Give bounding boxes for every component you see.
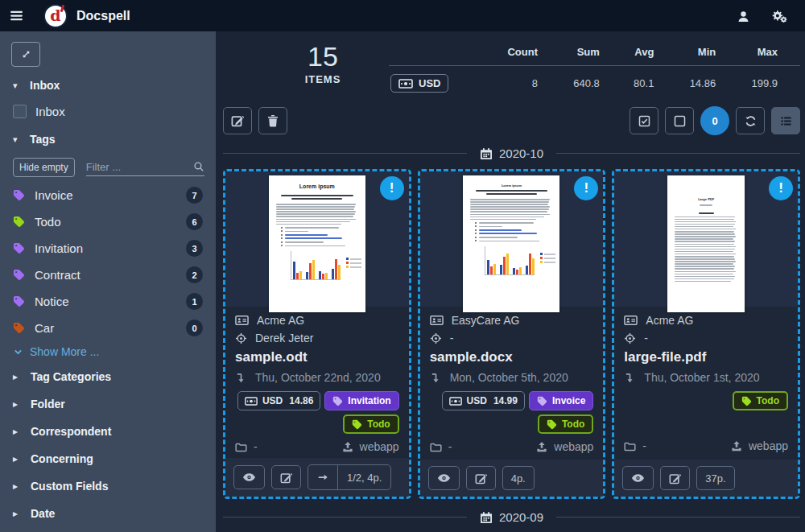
menu-icon[interactable] [0, 0, 32, 31]
document-preview: Large PDF [667, 175, 745, 312]
section-label: Custom Fields [31, 480, 108, 493]
actions-toolbar: 0 [223, 106, 800, 135]
sidebar-tag-item[interactable]: Contract 2 [0, 262, 216, 288]
sidebar-section-folder[interactable]: ▸ Folder [0, 390, 216, 418]
sidebar-tag-item[interactable]: Todo 6 [0, 208, 216, 235]
caret-right-icon: ▸ [13, 508, 21, 519]
collapsed-sections: ▸ Tag Categories ▸ Folder ▸ Corresponden… [0, 363, 216, 532]
tag-name: Invoice [35, 188, 73, 202]
next-attachment-button[interactable] [308, 465, 337, 489]
amount-badge: USD14.99 [442, 391, 525, 410]
inbox-filter-row[interactable]: Inbox [0, 99, 216, 124]
account-icon[interactable] [737, 8, 750, 23]
card-grid: ! Lorem ipsum Acme AG Derek Jeter sample… [223, 169, 800, 499]
item-folder: - [642, 439, 646, 452]
item-count: 15 [271, 43, 374, 72]
tag-count-badge: 2 [186, 266, 203, 283]
item-date: Thu, October 22nd, 2020 [255, 371, 381, 384]
selected-count-badge[interactable]: 0 [700, 106, 729, 135]
folder-icon [235, 442, 247, 452]
tag-icon [13, 322, 25, 334]
sidebar-tag-item[interactable]: Invitation 3 [0, 235, 216, 262]
sidebar-tag-item[interactable]: Car 0 [0, 315, 216, 341]
edit-item-button[interactable] [660, 466, 690, 490]
tag-icon [741, 396, 752, 406]
expand-sidebar-button[interactable] [11, 42, 40, 67]
sidebar-section-due-date[interactable]: ▸ Due Date [0, 527, 216, 532]
sidebar-section-correspondent[interactable]: ▸ Correspondent [0, 418, 216, 445]
top-navbar: d Docspell [0, 0, 805, 31]
new-item-alert-icon: ! [574, 176, 598, 200]
item-meta: EasyCare AG - sample.docx Mon, October 5… [420, 307, 604, 460]
tag-icon [13, 216, 25, 228]
item-card-footer: 4p. [420, 460, 604, 497]
select-all-button[interactable] [630, 107, 658, 134]
item-card-footer: 37p. [614, 460, 798, 497]
page-count-label: 37p. [696, 466, 734, 490]
edit-selection-button[interactable] [223, 107, 252, 134]
sidebar-tag-item[interactable]: Notice 1 [0, 288, 216, 315]
tag-count-badge: 6 [186, 213, 203, 230]
preview-button[interactable] [428, 466, 460, 490]
item-thumbnail-zone[interactable]: ! Large PDF [614, 171, 798, 307]
item-card-footer: 1/2, 4p. [225, 458, 409, 497]
edit-item-button[interactable] [271, 465, 301, 489]
item-name: large-file.pdf [624, 349, 788, 365]
sidebar-tag-item[interactable]: Invoice 7 [0, 182, 216, 208]
date-group-label: 2020-09 [499, 510, 543, 524]
inbox-checkbox[interactable] [13, 105, 27, 118]
item-card[interactable]: ! Large PDF Acme AG - large-file.pdf Thu… [612, 169, 800, 499]
tag-badge[interactable]: Todo [343, 414, 398, 434]
item-card[interactable]: ! Lorem ipsum Acme AG Derek Jeter sample… [223, 169, 411, 499]
tag-badge[interactable]: Invitation [324, 391, 398, 410]
correspondent-icon [624, 315, 638, 326]
edit-item-button[interactable] [466, 466, 496, 490]
item-groups: 2020-10 ! Lorem ipsum Acme AG Derek Jete… [223, 146, 800, 532]
preview-button[interactable] [233, 465, 265, 489]
tag-filter-input[interactable] [86, 161, 193, 173]
item-meta: Acme AG Derek Jeter sample.odt Thu, Octo… [225, 307, 409, 458]
tag-badge[interactable]: Todo [538, 414, 593, 434]
sidebar-section-concerning[interactable]: ▸ Concerning [0, 445, 216, 472]
section-label: Inbox [30, 79, 60, 92]
show-more-tags[interactable]: Show More ... [0, 341, 216, 363]
stats-column-header: Min [676, 43, 738, 66]
delete-selection-button[interactable] [258, 107, 287, 134]
item-card[interactable]: ! Lorem ipsum EasyCare AG - sample.docx … [418, 169, 606, 499]
folder-icon [430, 442, 442, 452]
tag-badge[interactable]: Invoice [529, 391, 593, 410]
stats-value: 640.8 [560, 66, 622, 97]
item-meta: Acme AG - large-file.pdf Thu, October 1s… [614, 307, 798, 460]
sidebar-section-inbox[interactable]: ▾ Inbox [0, 70, 216, 99]
caret-right-icon: ▸ [13, 398, 21, 410]
section-label: Tag Categories [31, 370, 111, 383]
item-thumbnail-zone[interactable]: ! Lorem ipsum [225, 171, 409, 307]
tag-name: Contract [35, 268, 80, 282]
sidebar-section-custom-fields[interactable]: ▸ Custom Fields [0, 472, 216, 500]
upload-source-icon [731, 440, 742, 452]
concerning-icon [430, 332, 442, 344]
stats-value: 8 [493, 66, 560, 97]
sidebar-section-tags[interactable]: ▾ Tags [0, 124, 216, 153]
correspondent-icon [430, 315, 444, 326]
hide-empty-button[interactable]: Hide empty [13, 158, 75, 177]
deselect-all-button[interactable] [665, 107, 694, 134]
concerning-name: Derek Jeter [255, 332, 313, 344]
app-title: Docspell [76, 9, 130, 23]
settings-gears-icon[interactable] [771, 8, 787, 23]
sidebar-section-tag-categories[interactable]: ▸ Tag Categories [0, 363, 216, 390]
item-list-area: 15 ITEMS CountSumAvgMinMax USD 8640.880.… [216, 31, 805, 532]
document-preview: Lorem ipsum [463, 175, 559, 312]
preview-button[interactable] [622, 466, 654, 490]
stats-column-header: Max [738, 43, 800, 66]
sidebar-section-date[interactable]: ▸ Date [0, 500, 216, 527]
item-thumbnail-zone[interactable]: ! Lorem ipsum [420, 171, 604, 307]
tag-badge[interactable]: Todo [733, 391, 788, 410]
tag-icon [547, 419, 557, 430]
item-name: sample.odt [235, 349, 399, 365]
stats-column-header: Sum [560, 43, 622, 66]
caret-down-icon: ▾ [13, 80, 21, 91]
item-date-icon [624, 372, 636, 384]
list-view-toggle-button[interactable] [771, 107, 800, 134]
reload-button[interactable] [736, 107, 765, 134]
